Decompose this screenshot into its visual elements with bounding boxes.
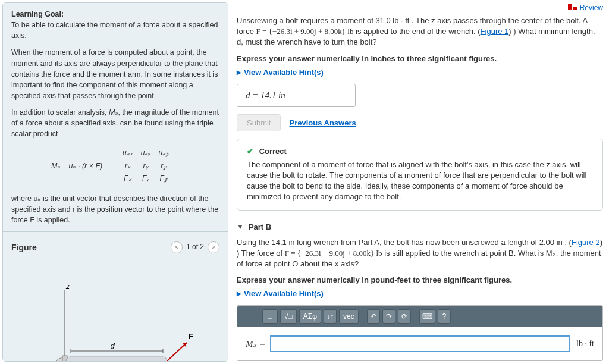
figure-body: z x y d F O: [11, 261, 219, 362]
learning-goal-p1: To be able to calculate the moment of a …: [11, 21, 218, 40]
vector-button[interactable]: vec: [339, 309, 359, 324]
svg-text:F: F: [189, 332, 193, 341]
keyboard-button[interactable]: ⌨: [419, 309, 435, 324]
submit-row-a: Submit Previous Answers: [237, 114, 603, 131]
hints-toggle-b[interactable]: View Available Hint(s): [237, 289, 603, 298]
equation-editor: □ √□ ΑΣφ ↓↑ vec ↶ ↷ ⟳ ⌨ ? Mₓ = lb · ft: [237, 305, 603, 361]
subscript-button[interactable]: ↓↑: [324, 309, 337, 324]
template-button[interactable]: □: [262, 309, 278, 324]
help-button[interactable]: ?: [438, 309, 451, 324]
learning-goal-p3: In addition to scalar analysis, Mₐ, the …: [11, 107, 219, 139]
determinant-matrix: uₐₓuₐᵧuₐ𝓏 rₓrᵧr𝓏 FₓFᵧF𝓏: [114, 145, 177, 187]
part-a-instruction: Express your answer numerically in inche…: [237, 54, 603, 63]
part-b-title: Part B: [249, 222, 271, 231]
mx-label: Mₓ =: [246, 338, 265, 349]
submit-button-a: Submit: [237, 114, 281, 131]
feedback-body: The component of a moment of force that …: [247, 159, 593, 203]
svg-rect-8: [66, 357, 167, 362]
learning-goal: Learning Goal: To be able to calculate t…: [11, 9, 219, 41]
figure-title: Figure: [11, 241, 37, 253]
review-link[interactable]: Review: [580, 4, 603, 12]
pager-label: 1 of 2: [186, 242, 204, 252]
equation-body: Mₓ = lb · ft: [237, 327, 602, 360]
equation-toolbar: □ √□ ΑΣφ ↓↑ vec ↶ ↷ ⟳ ⌨ ?: [237, 306, 602, 327]
right-pane: Review Unscrewing a bolt requires a mome…: [231, 0, 609, 364]
greek-button[interactable]: ΑΣφ: [299, 309, 321, 324]
prev-figure-button[interactable]: <: [171, 241, 183, 253]
learning-goal-p2: When the moment of a force is computed a…: [11, 47, 219, 101]
feedback-box: ✔ Correct The component of a moment of f…: [237, 139, 603, 211]
next-figure-button[interactable]: >: [208, 241, 219, 253]
undo-button[interactable]: ↶: [367, 309, 380, 324]
wrench-figure: z x y d F O: [23, 278, 202, 362]
sqrt-button[interactable]: √□: [280, 309, 297, 324]
unit-label: lb · ft: [576, 339, 594, 349]
collapse-caret-icon[interactable]: ▼: [237, 222, 244, 231]
learning-goal-heading: Learning Goal:: [11, 10, 64, 18]
eq-lhs: Mₐ = uₐ · (r × F) =: [51, 161, 109, 171]
review-row: Review: [237, 4, 603, 12]
answer-input-b[interactable]: [270, 335, 570, 352]
hints-toggle-a[interactable]: View Available Hint(s): [237, 68, 603, 77]
previous-answers-link[interactable]: Previous Answers: [289, 118, 356, 127]
divider: [3, 231, 228, 232]
part-b-header-row: ▼ Part B: [237, 222, 603, 231]
triple-scalar-product: Mₐ = uₐ · (r × F) = uₐₓuₐᵧuₐ𝓏 rₓrᵧr𝓏 FₓF…: [11, 145, 219, 187]
part-a-problem: Unscrewing a bolt requires a moment of 3…: [237, 15, 603, 48]
figure2-link[interactable]: Figure 2: [572, 238, 600, 247]
part-b-instruction: Express your answer numerically in pound…: [237, 275, 603, 284]
feedback-title: Correct: [259, 147, 287, 156]
figure-header: Figure < 1 of 2 >: [11, 238, 219, 253]
svg-text:O: O: [56, 361, 61, 362]
figure1-link[interactable]: Figure 1: [481, 27, 509, 36]
review-icon: [568, 4, 572, 10]
left-pane: Learning Goal: To be able to calculate t…: [2, 2, 228, 362]
figure-pager: < 1 of 2 >: [171, 241, 219, 253]
learning-goal-p4: where uₐ is the unit vector that describ…: [11, 193, 219, 225]
part-a-answer: d = 14.1 in: [237, 84, 356, 107]
svg-text:d: d: [110, 341, 115, 350]
part-b-problem: Using the 14.1 in long wrench from Part …: [237, 237, 603, 270]
reset-button[interactable]: ⟳: [398, 309, 411, 324]
check-icon: ✔: [247, 147, 253, 156]
svg-text:z: z: [65, 283, 70, 291]
redo-button[interactable]: ↷: [382, 309, 395, 324]
review-icon: [573, 7, 577, 10]
svg-line-13: [167, 343, 187, 361]
